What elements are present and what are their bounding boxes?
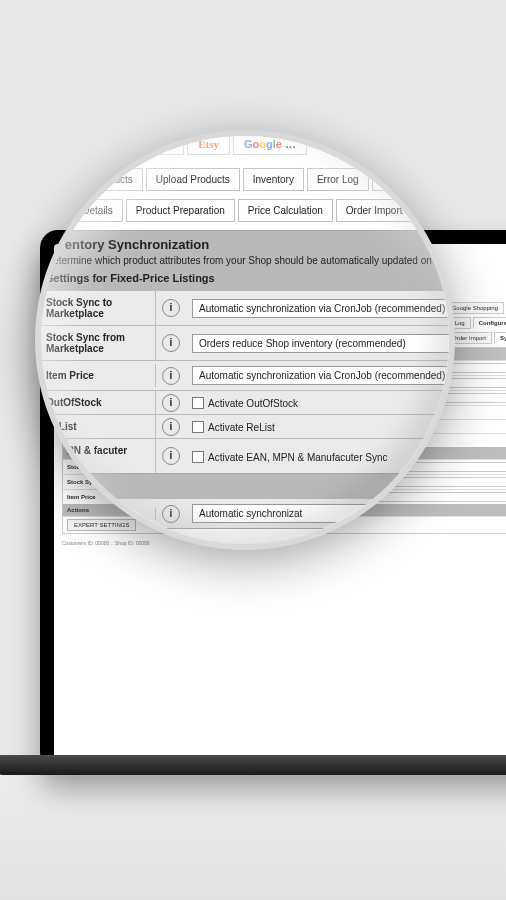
checkbox-label-relist: Activate ReList — [208, 422, 275, 433]
row-label: Stock Sync from Marketplace — [38, 326, 156, 360]
config-subtabs: Login Details Product Preparation Price … — [35, 199, 455, 230]
tab-ebay[interactable]: ebay — [69, 133, 116, 155]
subtab-login-details[interactable]: Login Details — [45, 199, 123, 222]
main-tabs: Prepare Products Upload Products Invento… — [35, 158, 455, 199]
checkbox-label-ean-mpn: Activate EAN, MPN & Manufacuter Sync — [208, 451, 388, 462]
select-cutoff-auto[interactable]: Automatic synchronizat — [192, 504, 455, 523]
desk-surface — [0, 760, 506, 900]
section-heading-cutoff: ttings — [38, 473, 455, 498]
select-stock-sync-from[interactable]: Orders reduce Shop inventory (recommende… — [192, 334, 455, 353]
row-label — [38, 508, 156, 520]
checkbox-label-out-of-stock: Activate OutOfStock — [208, 398, 298, 409]
row-item-price: Item Price i Automatic synchronization v… — [38, 360, 455, 390]
row-label: OutOfStock — [38, 391, 156, 414]
subtab-price-calculation[interactable]: Price Calculation — [238, 199, 333, 222]
select-item-price[interactable]: Automatic synchronization via CronJob (r… — [192, 366, 455, 385]
info-icon[interactable]: i — [162, 418, 180, 436]
row-cutoff-auto: i Automatic synchronizat — [38, 498, 455, 528]
mini-subtab-synch[interactable]: Synch — [494, 332, 506, 344]
tab-upload-products[interactable]: Upload Products — [146, 168, 240, 191]
marketplace-tabs: n ebay Rakuten Etsy Google … — [35, 130, 455, 158]
row-out-of-stock: OutOfStock i Activate OutOfStock — [38, 390, 455, 414]
magnifier-lens: n ebay Rakuten Etsy Google … Prepare Pro… — [35, 130, 455, 550]
subtab-product-preparation[interactable]: Product Preparation — [126, 199, 235, 222]
info-icon[interactable]: i — [162, 334, 180, 352]
laptop-base — [0, 755, 506, 775]
checkbox-relist[interactable] — [192, 421, 204, 433]
tab-configuration[interactable]: C — [372, 168, 399, 191]
select-stock-sync-to[interactable]: Automatic synchronization via CronJob (r… — [192, 299, 455, 318]
row-label: ReList — [38, 415, 156, 438]
panel-subheading: Settings for Fixed-Price Listings — [46, 272, 455, 284]
tab-etsy[interactable]: Etsy — [187, 133, 230, 155]
info-icon[interactable]: i — [162, 447, 180, 465]
checkbox-ean-mpn[interactable] — [192, 451, 204, 463]
subtab-order-import[interactable]: Order Import — [336, 199, 413, 222]
tab-prev-marketplace[interactable]: n — [37, 133, 66, 155]
tab-prepare-products[interactable]: Prepare Products — [45, 168, 143, 191]
panel-description: Determine which product attributes from … — [46, 255, 455, 266]
tab-inventory[interactable]: Inventory — [243, 168, 304, 191]
panel-title: Inventory Synchronization — [46, 237, 455, 252]
info-icon[interactable]: i — [162, 299, 180, 317]
info-icon[interactable]: i — [162, 367, 180, 385]
mini-tab-configuration[interactable]: Configuration — [473, 317, 506, 329]
row-label: Item Price — [38, 364, 156, 387]
checkbox-out-of-stock[interactable] — [192, 397, 204, 409]
info-icon[interactable]: i — [162, 394, 180, 412]
tab-google-shopping[interactable]: Google … — [233, 133, 307, 155]
row-stock-sync-from: Stock Sync from Marketplace i Orders red… — [38, 325, 455, 360]
row-stock-sync-to: Stock Sync to Marketplace i Automatic sy… — [38, 290, 455, 325]
row-relist: ReList i Activate ReList — [38, 414, 455, 438]
tab-rakuten[interactable]: Rakuten — [119, 133, 184, 155]
row-label: Stock Sync to Marketplace — [38, 291, 156, 325]
row-label: N, MPN & facuter Sync — [38, 439, 156, 473]
tab-error-log[interactable]: Error Log — [307, 168, 369, 191]
info-icon[interactable]: i — [162, 505, 180, 523]
inventory-sync-panel: Inventory Synchronization Determine whic… — [37, 230, 455, 529]
row-ean-mpn: N, MPN & facuter Sync i Activate EAN, MP… — [38, 438, 455, 473]
